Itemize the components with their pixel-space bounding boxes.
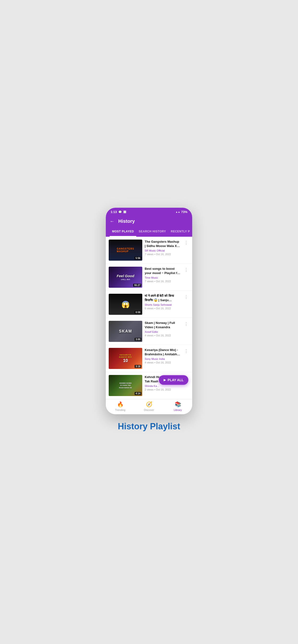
video-meta-5: 4 views • Oct 16, 2022 [145,361,181,364]
sim-icon: ⬜ [123,210,126,213]
nav-trending[interactable]: 🔥 Trending [106,401,135,411]
play-icon: ▶ [164,378,166,382]
video-meta-6: 2 views • Oct 16, 2022 [145,388,181,391]
video-channel-2: Time Music [145,276,181,279]
whatsapp-icon: 💬 [118,210,122,214]
thumbnail-4: SKAM 3:00 [109,321,142,342]
list-item[interactable]: SKAM 3:00 Skam | Norway | Full Video | K… [106,318,192,345]
video-channel-1: SR Music Official [145,249,181,252]
more-button-1[interactable]: ⋮ [183,240,189,246]
trending-icon: 🔥 [117,401,123,408]
page-wrapper: 1:13 💬 ⬜ ▲▲ 73% ← History MOST PLAYED SE… [99,198,199,446]
video-title-4: Skam | Norway | Full Video | Kosandra [145,321,181,330]
list-item[interactable]: KESARIYADANCE MIX 10 3:18 Kesariya (Danc… [106,345,192,372]
thumbnail-2: Feel Good cHiLL MiX 55:27 [109,267,142,288]
header-title: History [118,218,135,224]
more-button-4[interactable]: ⋮ [183,321,189,327]
duration-2: 55:27 [133,284,141,287]
thumbnail-6: KEHNDI HUNDISI CHAN TAKRAAH BANA DE 4:14 [109,375,142,396]
battery-display: 73% [181,210,187,214]
video-meta-1: 7 views • Oct 16, 2022 [145,253,181,256]
video-channel-6: Shinda Ka… [145,384,181,388]
thumb-label-4: SKAM [119,329,132,334]
video-meta-3: 6 views • Oct 16, 2022 [145,307,181,310]
video-title-1: The Gangsters Mashup | Sidhu Moose Wala … [145,240,181,248]
nav-library[interactable]: 📚 Library [163,401,192,411]
video-channel-5: Sony Music India [145,358,181,360]
time-display: 1:13 [111,210,117,214]
thumb-num: 10 [119,358,132,363]
duration-1: 5:56 [135,256,141,260]
nav-library-label: Library [174,408,182,411]
thumbnail-3: 😱 0:59 [109,294,142,315]
video-meta-4: 4 views • Oct 16, 2022 [145,334,181,337]
discover-icon: 🧭 [146,401,152,408]
video-info-5: Kesariya (Dance Mix) - Brahmāstra | Amit… [145,348,181,364]
list-item[interactable]: GANGSTERSMASHUP 5:56 The Gangsters Mashu… [106,237,192,264]
duration-3: 0:59 [135,311,141,314]
play-all-button[interactable]: ▶ PLAY ALL [159,375,188,385]
bottom-nav: 🔥 Trending 🧭 Discover 📚 Library [106,399,192,414]
video-list: GANGSTERSMASHUP 5:56 The Gangsters Mashu… [106,237,192,399]
video-title-5: Kesariya (Dance Mix) - Brahmāstra | Amit… [145,348,181,356]
app-header: ← History [106,215,192,227]
video-channel-3: Shorts Sanju Sehrawat [145,303,181,306]
video-info-3: मां ने अपने ही बेटी को किया किडनैप 😱 | S… [145,294,181,310]
video-channel-4: Xosef Editz [145,330,181,333]
play-all-label: PLAY ALL [168,378,184,382]
video-meta-2: 7 views • Oct 16, 2022 [145,280,181,283]
duration-4: 3:00 [135,338,141,341]
tab-recently[interactable]: RECENTLY P [169,227,192,237]
more-button-2[interactable]: ⋮ [183,267,189,273]
list-item[interactable]: Feel Good cHiLL MiX 55:27 Best songs to … [106,264,192,291]
video-info-1: The Gangsters Mashup | Sidhu Moose Wala … [145,240,181,256]
back-button[interactable]: ← [110,218,114,224]
status-right: ▲▲ 73% [175,210,187,214]
thumb-inner-6: KEHNDI HUNDISI CHAN TAKRAAH BANA DE [118,381,133,390]
library-icon: 📚 [175,401,181,408]
tabs-container: MOST PLAYED SEARCH HISTORY RECENTLY P [106,227,192,237]
thumb-label-1: GANGSTERSMASHUP [117,248,134,253]
signal-icon: ▲▲ [175,210,180,213]
thumb-feel-good: Feel Good [117,274,134,278]
nav-discover[interactable]: 🧭 Discover [135,401,163,411]
thumb-kehndi-label: KEHNDI HUNDISI CHAN TAKRAAH BANA DE [119,382,132,388]
more-button-5[interactable]: ⋮ [183,348,189,354]
duration-6: 4:14 [135,392,141,395]
nav-trending-label: Trending [115,408,125,411]
thumbnail-5: KESARIYADANCE MIX 10 3:18 [109,348,142,369]
list-item[interactable]: 😱 0:59 मां ने अपने ही बेटी को किया किडनै… [106,291,192,318]
thumb-emoji-3: 😱 [121,300,130,308]
tab-most-played[interactable]: MOST PLAYED [110,227,136,237]
video-title-2: Best songs to boost your mood ~ Playlist… [145,267,181,275]
bottom-page-title: History Playlist [118,422,180,432]
thumb-chill: cHiLL MiX [117,278,134,280]
nav-discover-label: Discover [144,408,154,411]
status-bar: 1:13 💬 ⬜ ▲▲ 73% [106,208,192,215]
video-info-2: Best songs to boost your mood ~ Playlist… [145,267,181,283]
video-info-4: Skam | Norway | Full Video | Kosandra Xo… [145,321,181,337]
status-left: 1:13 💬 ⬜ [111,210,126,214]
tab-search-history[interactable]: SEARCH HISTORY [136,227,169,237]
content-wrapper: GANGSTERSMASHUP 5:56 The Gangsters Mashu… [106,237,192,399]
duration-5: 3:18 [135,365,141,368]
video-title-3: मां ने अपने ही बेटी को किया किडनैप 😱 | S… [145,294,181,302]
phone-frame: 1:13 💬 ⬜ ▲▲ 73% ← History MOST PLAYED SE… [106,208,192,414]
thumb-kesariya-label: KESARIYADANCE MIX [119,354,132,358]
more-button-3[interactable]: ⋮ [183,294,189,300]
thumb-inner-5: KESARIYADANCE MIX 10 [119,354,132,363]
thumbnail-1: GANGSTERSMASHUP 5:56 [109,240,142,261]
